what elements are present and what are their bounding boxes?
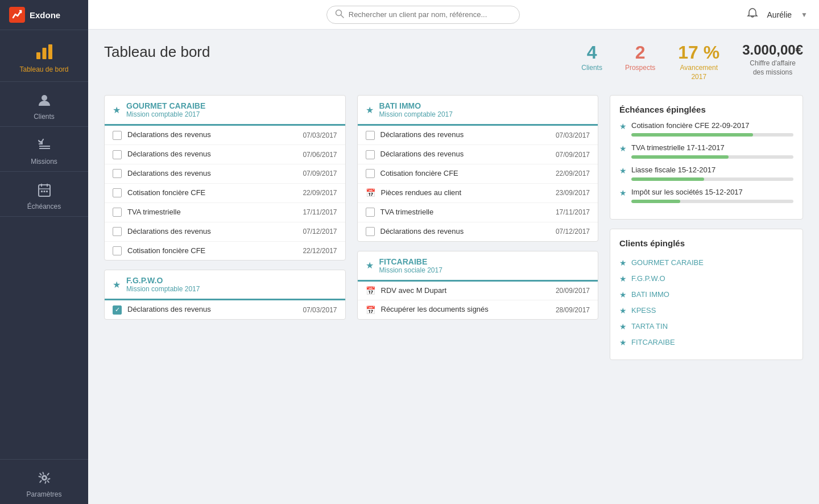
task-checkbox[interactable] [113,246,122,255]
mission-card-fitcaraibe: ★ FITCARAIBE Mission sociale 2017 📅 RDV … [357,251,599,320]
sidebar-active-label: Tableau de bord [19,65,68,73]
notification-bell-icon[interactable] [747,7,758,22]
task-name: Cotisation foncière CFE [127,246,297,256]
client-epingle-link[interactable]: F.G.P.W.O [631,274,665,283]
prospects-count: 2 [625,43,655,61]
task-checkbox[interactable] [366,169,375,178]
echeances-icon [35,181,53,199]
svg-rect-2 [48,44,52,59]
search-wrapper [100,6,747,24]
task-checkbox[interactable] [113,150,122,159]
star-icon-fgpwo[interactable]: ★ [113,279,121,290]
table-row: 📅 Récupérer les documents signés 28/09/2… [358,300,598,319]
task-checkbox[interactable] [113,131,122,140]
star-icon[interactable]: ★ [619,274,627,283]
clients-icon [35,91,53,109]
clients-epingles-panel: Clients épinglés ★ GOURMET CARAIBE ★ F.G… [610,229,803,360]
svg-rect-12 [46,191,48,192]
task-date: 17/11/2017 [556,208,590,216]
task-name: Déclarations des revenus [127,227,297,237]
task-date: 07/03/2017 [556,131,590,139]
sidebar-item-echeances[interactable]: Échéances [0,172,88,217]
task-date: 22/09/2017 [303,189,337,197]
table-row: Cotisation foncière CFE 22/12/2017 [105,242,345,261]
task-checkbox[interactable] [366,208,375,217]
mission-title-gourmet: GOURMET CARAIBE Mission comptable 2017 [126,101,205,118]
echeance-text: Cotisation foncière CFE 22-09-2017 [631,121,793,131]
task-list-fitcaraibe: 📅 RDV avec M Dupart 20/09/2017 📅 Récupér… [358,282,598,320]
star-icon-gourmet[interactable]: ★ [113,105,121,115]
client-name-fgpwo: F.G.P.W.O [126,276,200,285]
task-list-fgpwo: ✓ Déclarations des revenus 07/03/2017 [105,300,345,319]
task-checkbox[interactable] [113,208,122,217]
table-row: Déclarations des revenus 07/06/2017 [105,145,345,164]
table-row: 📅 Pièces rendues au client 23/09/2017 [358,184,598,203]
dashboard-header: Tableau de bord 4 Clients 2 Prospects 17… [104,43,803,81]
client-epingle-link[interactable]: GOURMET CARAIBE [631,258,704,267]
user-name: Aurélie [767,10,792,19]
user-chevron-icon[interactable]: ▼ [801,11,808,19]
echeance-content: Liasse fiscale 15-12-2017 [631,166,793,181]
svg-rect-0 [36,52,40,59]
star-icon[interactable]: ★ [619,290,627,299]
task-checkbox[interactable] [366,150,375,159]
task-name: Pièces rendues au client [381,188,550,198]
echeance-bar [631,155,793,159]
client-name-fitcaraibe: FITCARAIBE [379,257,442,266]
echeance-text: Impôt sur les sociétés 15-12-2017 [631,188,793,197]
star-icon[interactable]: ★ [619,258,627,267]
task-checkbox[interactable] [113,227,122,236]
column-left: ★ GOURMET CARAIBE Mission comptable 2017… [104,95,346,320]
task-checkbox[interactable] [366,227,375,236]
list-item: ★ FITCARAIBE [619,334,793,350]
star-icon[interactable]: ★ [619,122,627,131]
list-item: ★ KPESS [619,303,793,319]
client-epingle-link[interactable]: TARTA TIN [631,322,668,331]
task-checkbox-checked[interactable]: ✓ [113,305,122,315]
search-icon [335,9,344,20]
task-checkbox[interactable] [113,188,122,197]
star-icon-bati[interactable]: ★ [366,105,374,115]
client-epingle-link[interactable]: KPESS [631,306,656,315]
stat-ca: 3.000,00€ Chiffre d'affaire des missions [742,43,803,77]
echeance-bar [631,133,793,137]
sidebar-item-tableau-de-bord[interactable]: Tableau de bord [0,30,88,82]
table-row: TVA trimestrielle 17/11/2017 [358,203,598,222]
star-icon[interactable]: ★ [619,166,627,175]
sidebar-item-parametres[interactable]: Paramètres [0,459,88,504]
table-row: Déclarations des revenus 07/12/2017 [105,222,345,242]
task-name: Déclarations des revenus [127,130,297,140]
star-icon[interactable]: ★ [619,306,627,315]
stat-prospects: 2 Prospects [625,43,655,72]
task-date: 22/12/2017 [303,247,337,255]
client-epingle-link[interactable]: BATI IMMO [631,290,669,299]
table-row: TVA trimestrielle 17/11/2017 [105,203,345,222]
star-icon[interactable]: ★ [619,188,627,197]
star-icon[interactable]: ★ [619,322,627,331]
star-icon[interactable]: ★ [619,338,627,347]
calendar-icon: 📅 [366,286,375,295]
task-date: 23/09/2017 [556,189,590,197]
mission-sub-bati: Mission comptable 2017 [379,110,453,118]
star-icon[interactable]: ★ [619,144,627,153]
table-row: ✓ Déclarations des revenus 07/03/2017 [105,300,345,319]
mission-card-header-fit: ★ FITCARAIBE Mission sociale 2017 [358,251,598,282]
client-epingle-link[interactable]: FITCARAIBE [631,338,675,346]
search-box [326,6,520,24]
star-icon-fitcaraibe[interactable]: ★ [366,260,374,271]
echeance-content: Impôt sur les sociétés 15-12-2017 [631,188,793,203]
echeance-text: TVA trimestrielle 17-11-2017 [631,143,793,153]
task-checkbox[interactable] [366,131,375,140]
stat-clients: 4 Clients [581,43,602,72]
mission-title-fitcaraibe: FITCARAIBE Mission sociale 2017 [379,257,442,274]
task-checkbox[interactable] [113,169,122,178]
mission-sub-fitcaraibe: Mission sociale 2017 [379,266,442,274]
sidebar: Exdone Tableau de bord Clients [0,0,88,504]
sidebar-item-missions[interactable]: Missions [0,127,88,172]
search-input[interactable] [349,10,511,19]
task-name: Déclarations des revenus [380,130,550,140]
table-row: Cotisation foncière CFE 22/09/2017 [105,184,345,203]
task-name: RDV avec M Dupart [381,286,550,296]
task-name: Récupérer les documents signés [381,305,550,315]
sidebar-item-clients[interactable]: Clients [0,82,88,127]
